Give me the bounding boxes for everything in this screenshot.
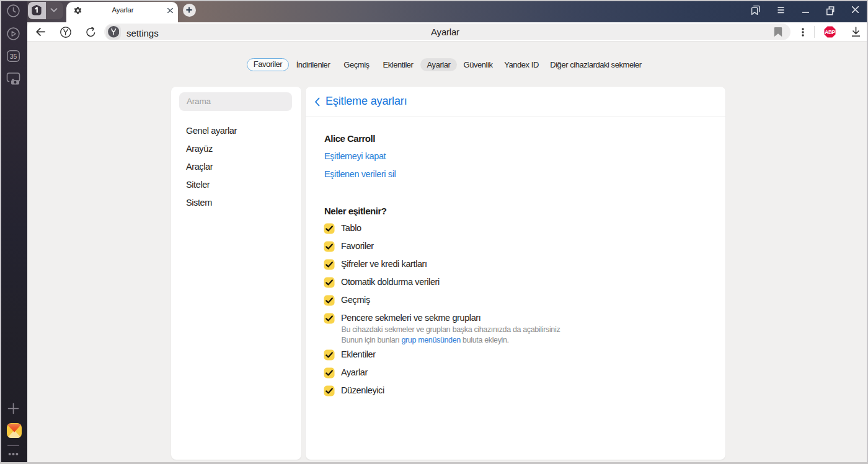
svg-text:35: 35	[10, 53, 17, 60]
svg-text:ABP: ABP	[825, 29, 835, 35]
